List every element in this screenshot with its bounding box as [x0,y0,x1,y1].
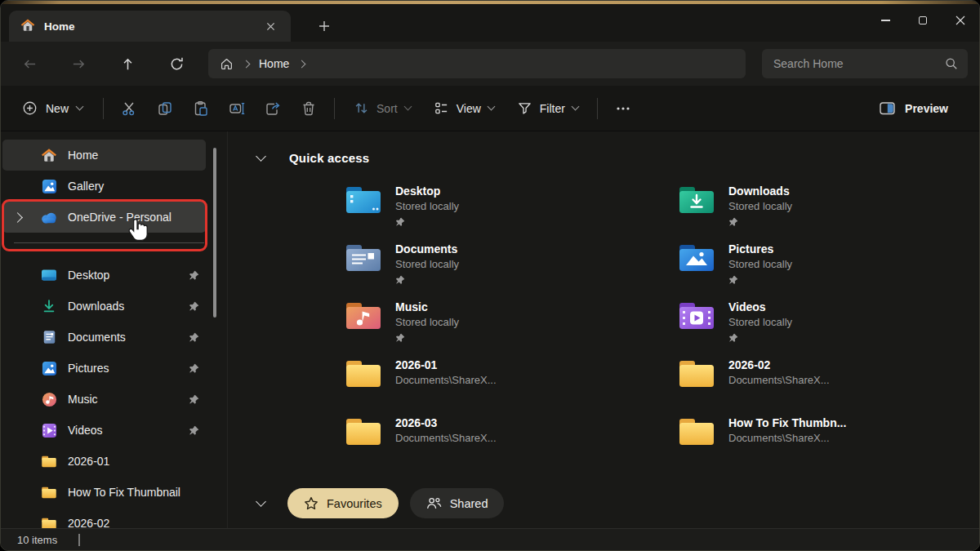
sidebar-item-home[interactable]: Home [2,140,206,171]
sidebar-scrollbar[interactable] [213,148,216,318]
tile-subtitle: Stored locally [395,316,459,328]
sidebar-item-2026-01[interactable]: 2026-01 [2,446,206,477]
sidebar-item-videos[interactable]: Videos [2,415,206,446]
share-button[interactable] [255,93,291,124]
view-button[interactable]: View [422,93,506,124]
new-button[interactable]: New [9,93,96,124]
maximize-button[interactable] [904,4,942,37]
tile-documents[interactable]: Documents Stored locally [344,242,677,300]
sort-button[interactable]: Sort [342,93,422,124]
chevron-down-icon [403,103,412,111]
shared-button[interactable]: Shared [410,488,505,518]
cut-button[interactable] [111,93,147,124]
tile-name: Desktop [395,184,459,198]
pin-icon [181,270,206,281]
sidebar-item-downloads[interactable]: Downloads [2,291,206,322]
up-arrow-icon [120,56,136,72]
tile-pictures[interactable]: Pictures Stored locally [677,242,979,300]
sidebar-item-label: Pictures [68,362,181,375]
sidebar-item-label: Gallery [68,180,206,193]
tile-desktop[interactable]: Desktop Stored locally [344,184,677,242]
up-button[interactable] [110,49,145,78]
close-button[interactable] [942,4,979,37]
search-input[interactable] [773,57,945,70]
new-button-label: New [46,102,69,115]
rename-icon [229,100,246,117]
back-button[interactable] [12,49,47,78]
pin-icon [728,331,792,342]
preview-icon [879,100,896,116]
back-arrow-icon [22,56,38,72]
sidebar-item-onedrive[interactable]: OneDrive - Personal [2,202,206,233]
tile-videos[interactable]: Videos Stored locally [677,300,979,358]
expand-chevron-icon[interactable] [12,212,23,223]
tile-2026-03[interactable]: 2026-03 Documents\ShareX... [344,415,677,473]
sidebar-item-label: 2026-01 [68,455,206,468]
paste-button[interactable] [183,93,219,124]
tile-2026-01[interactable]: 2026-01 Documents\ShareX... [344,358,677,415]
new-tab-button[interactable] [312,14,336,38]
pictures-folder-icon [677,242,716,274]
tile-music[interactable]: Music Stored locally [344,300,677,358]
shared-label: Shared [450,497,488,510]
tile-name: Videos [728,300,792,313]
tile-how-to-fix-thumbnail[interactable]: How To Fix Thumbn... Documents\ShareX... [677,415,979,473]
tile-subtitle: Stored locally [728,316,792,328]
pin-icon [181,425,206,436]
tile-name: 2026-02 [728,358,830,371]
tile-downloads[interactable]: Downloads Stored locally [677,184,979,242]
tile-subtitle: Documents\ShareX... [728,374,830,386]
minimize-button[interactable] [866,4,904,37]
delete-button[interactable] [291,93,327,124]
pictures-icon [40,360,58,376]
documents-icon [40,329,58,345]
sidebar-item-label: Videos [68,424,181,437]
pin-icon [395,216,459,226]
preview-button[interactable]: Preview [864,93,963,124]
breadcrumb-chevron-icon [298,60,306,68]
tile-subtitle: Stored locally [395,258,459,270]
breadcrumb-home[interactable]: Home [259,57,289,70]
forward-arrow-icon [71,56,87,72]
file-explorer-window: Home [0,0,980,551]
collapse-chevron-icon[interactable] [256,151,266,162]
folder-icon [344,415,383,448]
search-box[interactable] [762,49,968,78]
sidebar-item-2026-02[interactable]: 2026-02 [2,508,206,528]
breadcrumb-home-icon[interactable] [220,57,234,70]
tile-subtitle: Documents\ShareX... [395,374,497,386]
view-icon [434,100,449,116]
sort-label: Sort [376,102,398,115]
copy-button[interactable] [147,93,183,124]
sidebar-item-documents[interactable]: Documents [2,322,206,353]
music-icon [40,391,58,407]
folder-icon [677,358,716,390]
content-pane: Quick access Desktop Stored locally [228,131,979,528]
collapse-chevron-icon[interactable] [256,496,266,507]
favourites-button[interactable]: Favourites [287,488,399,518]
sidebar-item-how-to-fix-thumbnail[interactable]: How To Fix Thumbnail [2,477,206,508]
sidebar-item-music[interactable]: Music [2,384,206,415]
window-controls [866,4,979,37]
home-icon [20,18,35,35]
desktop-folder-icon [344,184,383,216]
sidebar-item-gallery[interactable]: Gallery [2,171,206,202]
tile-2026-02[interactable]: 2026-02 Documents\ShareX... [677,358,979,415]
forward-button[interactable] [61,49,96,78]
desktop-icon [40,267,58,283]
address-bar[interactable]: Home [208,49,746,78]
downloads-icon [40,298,58,314]
toolbar-separator [597,98,598,119]
star-icon [304,496,318,511]
sidebar-item-pictures[interactable]: Pictures [2,353,206,384]
more-options-button[interactable] [605,93,641,124]
tab-home[interactable]: Home [9,11,291,42]
rename-button[interactable] [219,93,255,124]
tab-close-button[interactable] [260,16,281,37]
sidebar-item-label: 2026-02 [68,517,206,528]
sidebar-item-label: Documents [68,331,181,344]
refresh-button[interactable] [159,49,194,78]
sort-icon [354,100,369,116]
sidebar-item-desktop[interactable]: Desktop [2,260,206,291]
filter-button[interactable]: Filter [506,93,590,124]
